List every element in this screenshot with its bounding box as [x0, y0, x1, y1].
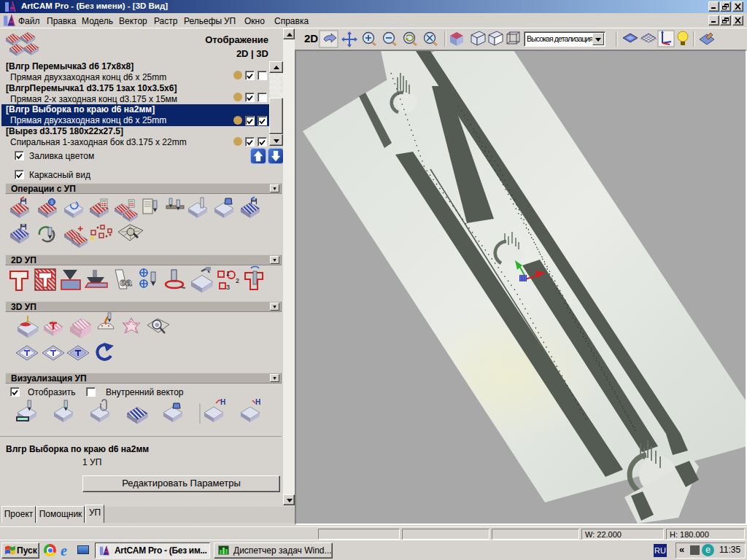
svg-text:H: H: [220, 398, 225, 406]
svg-text:1: 1: [226, 270, 230, 277]
svg-text:2: 2: [236, 277, 239, 284]
svg-text:3: 3: [226, 284, 230, 291]
svg-text:ea: ea: [120, 276, 132, 288]
svg-text:2D: 2D: [304, 32, 318, 44]
svg-text:H: H: [255, 398, 260, 406]
svg-text:⊕: ⊕: [155, 322, 160, 328]
